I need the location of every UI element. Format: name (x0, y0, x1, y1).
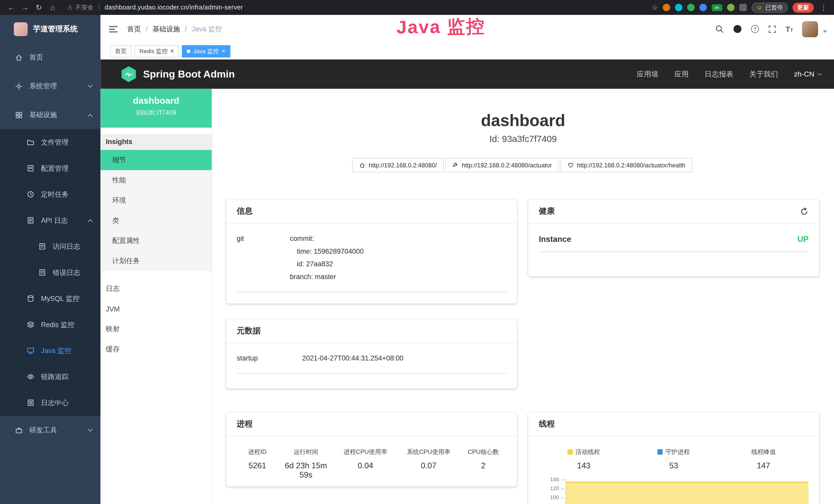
extension-icon[interactable] (675, 4, 682, 11)
sidebar-item-java-monitor[interactable]: Java 监控 (0, 338, 101, 364)
clock-icon (27, 190, 35, 198)
sidebar-item-mysql-monitor[interactable]: MySQL 监控 (0, 285, 101, 312)
column-header: 运行时间 (278, 448, 334, 456)
update-button[interactable]: 更新 (792, 2, 814, 12)
process-col-uptime: 运行时间 6d 23h 15m 59s (278, 448, 334, 479)
sba-root-menu: 日志 JVM 映射 缓存 (101, 279, 212, 360)
sidebar-item-tracing[interactable]: 链路追踪 (0, 364, 101, 389)
address-bar[interactable]: dashboard.yudao.iocoder.cn/infra/admin-s… (105, 4, 243, 11)
health-instance-row[interactable]: Instance UP (539, 232, 809, 252)
sba-menu-loggers[interactable]: 日志 (101, 279, 212, 299)
sidebar-item-label: MySQL 监控 (41, 294, 79, 303)
sidebar-item-redis-monitor[interactable]: Redis 监控 (0, 312, 101, 337)
tag-java-monitor[interactable]: Java 监控 × (182, 45, 230, 57)
tag-redis-monitor[interactable]: Redis 监控 × (135, 45, 179, 57)
sidebar-item-devtools[interactable]: 研发工具 (0, 416, 101, 444)
font-size-icon[interactable]: TT (786, 25, 793, 33)
browser-menu-icon[interactable]: ⋮ (818, 3, 829, 11)
sba-menu-mappings[interactable]: 映射 (101, 319, 212, 339)
legend-label: 线程峰值 (751, 449, 776, 455)
extension-icon[interactable] (699, 4, 707, 11)
sba-nav-journal[interactable]: 日志报表 (705, 69, 733, 79)
breadcrumb-infrastructure[interactable]: 基础设施 (153, 24, 180, 33)
site-security-chip[interactable]: ⚠ 不安全 (67, 3, 93, 11)
extension-icon[interactable] (687, 4, 695, 11)
hamburger-icon[interactable] (101, 25, 118, 32)
sba-menu-metrics[interactable]: 性能 (101, 170, 212, 190)
chevron-up-icon (88, 114, 93, 119)
sba-insights-group: 细节 性能 环境 类 配置属性 计划任务 (101, 150, 212, 271)
sba-menu-config-props[interactable]: 配置属性 (101, 231, 212, 251)
sidebar-item-label: Redis 监控 (41, 320, 74, 329)
history-icon[interactable] (800, 207, 808, 216)
legend-value: 53 (629, 461, 719, 470)
y-axis-tick: 100 (539, 495, 559, 500)
search-icon[interactable] (715, 24, 724, 33)
home-icon (359, 162, 366, 168)
locale-select[interactable]: zh-CN (794, 70, 821, 78)
column-value: 0.04 (334, 461, 397, 470)
user-menu-caret-icon[interactable] (823, 30, 827, 33)
sidebar-item-home[interactable]: 首页 (0, 43, 101, 72)
bookmark-star-icon[interactable]: ☆ (652, 3, 658, 11)
home-icon (15, 53, 23, 61)
sidebar-item-config-manage[interactable]: 配置管理 (0, 155, 101, 181)
security-label: 不安全 (75, 3, 93, 11)
close-icon[interactable]: × (170, 48, 174, 54)
forward-icon[interactable]: → (18, 3, 32, 12)
sidebar-item-error-log[interactable]: 错误日志 (0, 259, 101, 285)
extension-icon[interactable] (663, 4, 670, 11)
actuator-url-link[interactable]: http://192.168.0.2:48080/actuator (445, 158, 559, 172)
page-subtitle: Id: 93a3fc7f7409 (212, 134, 834, 145)
legend-value: 147 (719, 461, 809, 470)
metadata-key: startup (237, 352, 302, 365)
sba-menu-details[interactable]: 细节 (101, 150, 212, 170)
sba-brand-title: Spring Boot Admin (143, 68, 235, 80)
instance-header[interactable]: dashboard 93a3fc7f7409 (101, 89, 212, 128)
column-value: 0.07 (397, 461, 460, 470)
panel-body: git commit: time: 1596289704000 id: 27aa… (226, 224, 517, 301)
reload-icon[interactable]: ↻ (32, 3, 46, 12)
extension-icon[interactable] (727, 4, 734, 11)
app-logo-row[interactable]: 芋道管理系统 (0, 15, 101, 43)
github-icon[interactable] (733, 24, 742, 33)
paused-chip[interactable]: ☺ 已暂停 (751, 2, 788, 12)
sba-menu-environment[interactable]: 环境 (101, 190, 212, 210)
health-url-link[interactable]: http://192.168.0.2:48080/actuator/health (561, 158, 692, 172)
process-col-system-cpu: 系统CPU使用率 0.07 (397, 448, 460, 479)
sidebar-item-access-log[interactable]: 访问日志 (0, 233, 101, 259)
sba-menu-jvm[interactable]: JVM (101, 299, 212, 319)
sidebar-item-file-manage[interactable]: 文件管理 (0, 129, 101, 155)
breadcrumb-home[interactable]: 首页 (127, 24, 141, 33)
legend-daemon-threads: 守护进程 53 (629, 448, 719, 470)
sidebar-item-infrastructure[interactable]: 基础设施 (0, 100, 101, 129)
process-col-cpu-cores: CPU核心数 2 (460, 448, 506, 479)
sba-menu-beans[interactable]: 类 (101, 210, 212, 231)
sba-brand[interactable]: Spring Boot Admin (121, 66, 235, 82)
home-icon[interactable]: ⌂ (46, 3, 60, 12)
tag-home[interactable]: 首页 (110, 45, 132, 57)
fullscreen-icon[interactable] (768, 25, 776, 33)
sidebar-item-log-center[interactable]: 日志中心 (0, 390, 101, 416)
service-url-link[interactable]: http://192.168.0.2:48080/ (352, 158, 444, 172)
avatar[interactable] (802, 21, 818, 37)
sba-menu-scheduled-tasks[interactable]: 计划任务 (101, 251, 212, 271)
column-header: CPU核心数 (460, 448, 506, 456)
sba-nav-wallboard[interactable]: 应用墙 (637, 69, 658, 79)
sba-nav-about[interactable]: 关于我们 (749, 69, 778, 79)
extension-on-badge[interactable]: on (711, 4, 722, 11)
help-icon[interactable]: ? (751, 25, 759, 33)
column-header: 进程ID (237, 448, 278, 456)
spacer (101, 128, 212, 134)
sba-nav-applications[interactable]: 应用 (674, 69, 688, 79)
sidebar-item-label: API 日志 (41, 216, 68, 225)
close-icon[interactable]: × (221, 48, 225, 54)
sidebar-item-system[interactable]: 系统管理 (0, 72, 101, 101)
back-icon[interactable]: ← (4, 3, 18, 12)
sidebar-submenu: 文件管理 配置管理 定时任务 API 日志 访问日志 错误日志 (0, 129, 101, 416)
sba-menu-caches[interactable]: 缓存 (101, 339, 212, 360)
app-title: 芋道管理系统 (33, 24, 78, 33)
sidebar-item-api-log[interactable]: API 日志 (0, 207, 101, 233)
puzzle-extensions-icon[interactable] (739, 4, 747, 11)
sidebar-item-scheduled-jobs[interactable]: 定时任务 (0, 181, 101, 207)
